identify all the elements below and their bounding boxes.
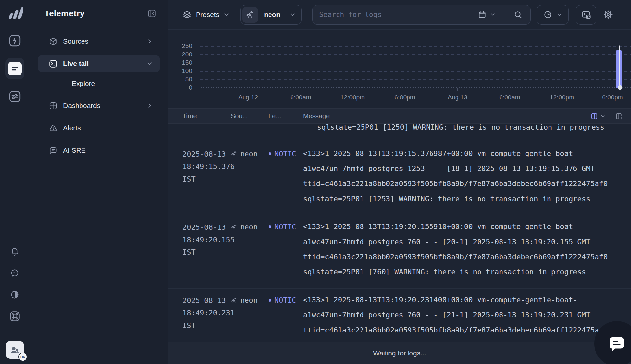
- log-time: 2025-08-13 18:49:15.376 IST: [168, 146, 231, 185]
- sidebar-item-dashboards[interactable]: Dashboards: [38, 97, 160, 114]
- x-tick-label: 6:00am: [487, 94, 533, 101]
- log-source: neon: [231, 219, 269, 234]
- collapse-sidebar-icon[interactable]: [147, 9, 157, 18]
- calendar-icon: [478, 10, 487, 19]
- log-volume-chart[interactable]: 250 200 150 100 50 0 Aug 12 6:00am 12:00…: [168, 30, 631, 108]
- cube-icon: [49, 37, 58, 46]
- time-cursor-handle[interactable]: [618, 85, 622, 90]
- sidebar-subitem-label: Explore: [58, 80, 95, 88]
- time-cursor-line[interactable]: [619, 45, 620, 87]
- sliders-icon[interactable]: [8, 89, 22, 104]
- time-range-picker[interactable]: [468, 5, 505, 24]
- log-message: <133>1 2025-08-13T13:19:20.155910+00:00 …: [303, 219, 631, 280]
- search-input[interactable]: [313, 5, 468, 24]
- log-level: NOTIC: [269, 219, 303, 234]
- gridline: [200, 71, 631, 72]
- log-row[interactable]: 2025-08-13 18:49:20.155 IST n: [168, 215, 631, 289]
- query-console-button[interactable]: [576, 5, 596, 25]
- y-tick-label: 200: [168, 51, 192, 58]
- bell-icon[interactable]: [8, 244, 22, 259]
- telescope-icon: [231, 297, 238, 304]
- column-header-level[interactable]: Le...: [269, 112, 303, 120]
- log-source: neon: [231, 146, 269, 161]
- chevron-right-icon: [146, 38, 153, 45]
- command-icon[interactable]: [8, 309, 22, 324]
- message-square-icon: [49, 146, 58, 155]
- log-level: NOTIC: [269, 292, 303, 308]
- x-tick-label: 12:00pm: [539, 94, 585, 101]
- column-header-time[interactable]: Time: [168, 112, 231, 120]
- sidebar-item-label: Dashboards: [63, 102, 146, 110]
- brand-logo[interactable]: [6, 5, 23, 20]
- gridline: [200, 54, 631, 55]
- presets-label: Presets: [196, 11, 219, 19]
- x-tick: [353, 88, 353, 91]
- settings-gear-icon[interactable]: [603, 10, 613, 20]
- log-time: 2025-08-13 18:49:20.231 IST: [168, 292, 231, 332]
- chevron-right-icon: [146, 102, 153, 109]
- icon-rail: DR: [0, 0, 30, 364]
- column-layout-icon[interactable]: [590, 112, 598, 120]
- clock-icon: [543, 10, 552, 19]
- sidebar-item-alerts[interactable]: Alerts: [38, 119, 160, 137]
- theme-contrast-icon[interactable]: [8, 288, 22, 302]
- clipped-log-row[interactable]: sqlstate=25P01 [1250] WARNING: there is …: [168, 124, 631, 142]
- main-content: Presets neon: [168, 0, 631, 364]
- sidebar: Telemetry Sources: [30, 0, 168, 364]
- clipped-log-text: sqlstate=25P01 [1250] WARNING: there is …: [317, 124, 631, 135]
- x-tick: [301, 88, 301, 91]
- chevron-down-icon: [223, 11, 230, 18]
- x-axis-line: [200, 87, 631, 88]
- x-tick: [562, 88, 562, 91]
- y-tick-label: 100: [168, 67, 192, 75]
- chart-bar[interactable]: [616, 50, 622, 88]
- telescope-icon: [242, 7, 258, 23]
- sidebar-item-sources[interactable]: Sources: [38, 33, 160, 50]
- y-tick-label: 250: [168, 42, 192, 50]
- terminal-code-icon: [581, 10, 591, 20]
- search-icon: [513, 10, 523, 19]
- log-table-body: sqlstate=25P01 [1250] WARNING: there is …: [168, 124, 631, 342]
- log-table-header: Time Sou... Le... Message: [168, 108, 631, 124]
- log-stream-status: Waiting for logs...: [168, 342, 631, 364]
- y-tick-label: 0: [168, 84, 192, 91]
- logs-icon: [8, 62, 22, 75]
- log-search-group: [312, 5, 531, 25]
- chevron-down-icon: [146, 60, 153, 67]
- dashboard-grid-icon: [49, 101, 58, 110]
- sidebar-item-label: Sources: [63, 37, 146, 45]
- log-source: neon: [231, 292, 269, 308]
- x-tick-label: 6:00am: [278, 94, 324, 101]
- column-header-message[interactable]: Message: [303, 112, 590, 120]
- sidebar-subitem-explore[interactable]: Explore: [58, 74, 160, 93]
- sidebar-item-label: Live tail: [63, 60, 146, 68]
- chevron-down-icon: [556, 12, 562, 18]
- x-tick: [457, 88, 458, 91]
- chevron-down-icon[interactable]: [600, 114, 605, 118]
- gridline: [200, 63, 631, 63]
- column-header-source[interactable]: Sou...: [231, 112, 269, 120]
- chevron-down-icon: [490, 12, 496, 17]
- search-submit-button[interactable]: [505, 5, 530, 24]
- user-avatar[interactable]: DR: [6, 341, 24, 359]
- zap-icon[interactable]: [8, 33, 22, 48]
- terminal-icon: [49, 59, 58, 68]
- sidebar-item-live-tail[interactable]: Live tail: [38, 55, 160, 72]
- live-tail-time-button[interactable]: [537, 5, 569, 25]
- sidebar-item-label: Alerts: [63, 124, 153, 132]
- sidebar-item-ai-sre[interactable]: AI SRE: [38, 142, 160, 159]
- log-row[interactable]: 2025-08-13 18:49:15.376 IST n: [168, 142, 631, 215]
- presets-dropdown[interactable]: Presets: [182, 10, 230, 19]
- feedback-chat-icon[interactable]: [8, 266, 22, 280]
- gridline: [200, 46, 631, 47]
- logs-nav-active[interactable]: [5, 58, 24, 79]
- rail-divider: [8, 333, 21, 333]
- log-row[interactable]: 2025-08-13 18:49:20.231 IST n: [168, 289, 631, 342]
- app-window: DR Telemetry: [0, 0, 631, 364]
- level-dot: [269, 225, 271, 228]
- avatar-badge: DR: [18, 353, 27, 361]
- add-column-icon[interactable]: [615, 112, 623, 120]
- telescope-icon: [231, 224, 238, 230]
- source-selector[interactable]: neon: [240, 5, 302, 25]
- log-message: <133>1 2025-08-13T13:19:20.231408+00:00 …: [303, 292, 631, 342]
